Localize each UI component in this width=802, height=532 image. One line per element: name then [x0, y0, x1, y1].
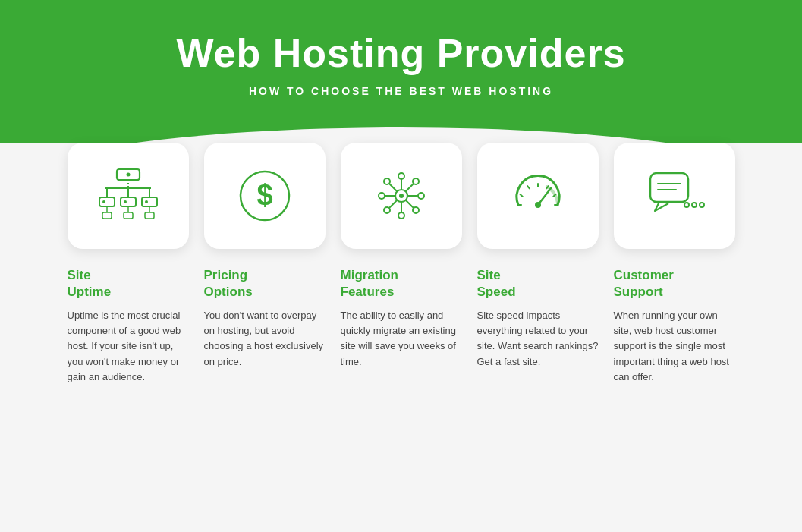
info-card-pricing: PricingOptions You don't want to overpay… — [204, 267, 326, 385]
svg-text:$: $ — [256, 179, 272, 211]
svg-point-12 — [145, 200, 148, 203]
svg-point-38 — [384, 207, 390, 213]
card-title-site-uptime: SiteUptime — [68, 267, 189, 301]
card-text-pricing: You don't want to overpay on hosting, bu… — [204, 308, 326, 370]
svg-point-53 — [700, 203, 704, 207]
card-title-migration: MigrationFeatures — [341, 267, 462, 301]
svg-point-11 — [124, 200, 127, 203]
svg-line-29 — [405, 184, 413, 191]
svg-line-30 — [389, 200, 397, 208]
info-card-speed: SiteSpeed Site speed impacts everything … — [477, 267, 599, 385]
card-text-support: When running your own site, web host cus… — [614, 308, 735, 385]
svg-rect-16 — [102, 212, 112, 219]
migration-icon — [371, 165, 432, 226]
svg-rect-9 — [142, 197, 157, 206]
svg-point-37 — [413, 178, 419, 184]
svg-rect-17 — [124, 212, 133, 219]
svg-point-47 — [535, 202, 541, 208]
info-row: SiteUptime Uptime is the most crucial co… — [23, 267, 779, 385]
info-card-site-uptime: SiteUptime Uptime is the most crucial co… — [68, 267, 189, 385]
icons-row: $ — [23, 143, 779, 249]
icon-box-site-uptime — [68, 143, 189, 249]
svg-rect-8 — [121, 197, 136, 206]
svg-line-27 — [389, 184, 397, 191]
server-network-icon — [98, 165, 159, 226]
svg-rect-48 — [650, 173, 688, 202]
card-text-migration: The ability to easily and quickly migrat… — [341, 308, 462, 370]
icon-box-support — [614, 143, 735, 249]
card-title-speed: SiteSpeed — [477, 267, 599, 301]
svg-line-40 — [520, 194, 522, 197]
svg-point-52 — [692, 203, 697, 207]
card-text-site-uptime: Uptime is the most crucial component of … — [68, 308, 189, 385]
icon-box-migration — [341, 143, 462, 249]
svg-rect-18 — [145, 212, 154, 219]
svg-point-33 — [379, 193, 385, 199]
main-title: Web Hosting Providers — [15, 30, 787, 76]
chat-icon — [644, 165, 705, 226]
svg-point-10 — [102, 200, 105, 203]
svg-point-31 — [398, 173, 404, 179]
page-wrapper: Web Hosting Providers HOW TO CHOOSE THE … — [0, 0, 802, 532]
svg-point-35 — [384, 178, 390, 184]
svg-point-22 — [399, 194, 404, 198]
cards-section: $ — [0, 143, 802, 415]
card-title-support: CustomerSupport — [614, 267, 735, 301]
svg-line-46 — [538, 188, 551, 205]
speedometer-icon — [508, 165, 568, 226]
subtitle: HOW TO CHOOSE THE BEST WEB HOSTING — [15, 85, 787, 97]
icon-box-pricing: $ — [204, 143, 326, 249]
svg-rect-7 — [99, 197, 115, 206]
svg-point-1 — [126, 173, 130, 177]
svg-point-51 — [684, 203, 689, 207]
card-text-speed: Site speed impacts everything related to… — [477, 308, 599, 370]
info-card-support: CustomerSupport When running your own si… — [614, 267, 735, 385]
icon-box-speed — [477, 143, 599, 249]
svg-point-32 — [398, 212, 404, 219]
svg-line-28 — [405, 200, 413, 208]
svg-point-34 — [418, 193, 424, 199]
dollar-icon: $ — [234, 165, 295, 226]
svg-point-36 — [413, 207, 419, 213]
card-title-pricing: PricingOptions — [204, 267, 326, 301]
svg-line-41 — [527, 186, 530, 188]
info-card-migration: MigrationFeatures The ability to easily … — [341, 267, 462, 385]
